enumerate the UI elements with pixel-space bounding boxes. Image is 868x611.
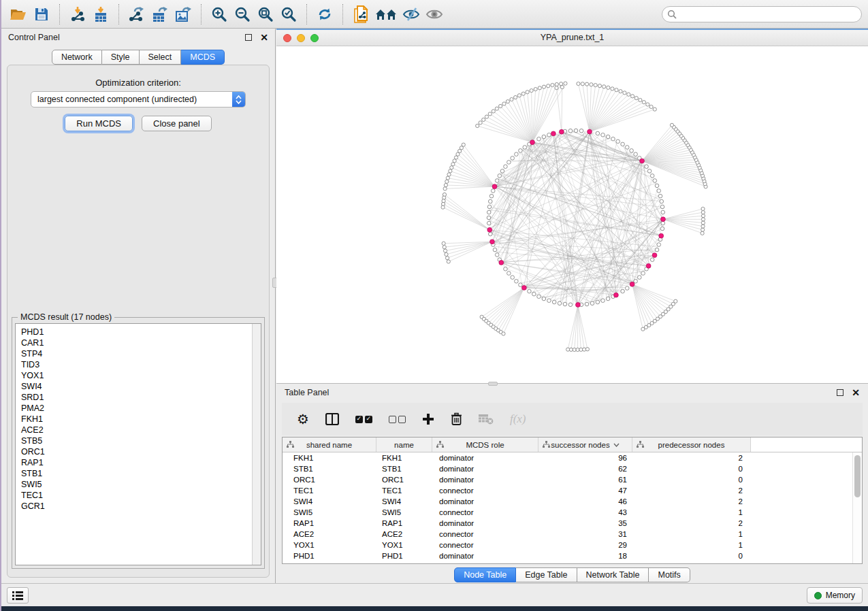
network-titlebar[interactable]: YPA_prune.txt_1 <box>276 30 868 46</box>
optimization-criterion-dropdown[interactable]: largest connected component (undirected) <box>31 91 246 108</box>
table-cell: connector <box>432 530 539 538</box>
function-builder-icon[interactable]: f(x) <box>510 412 526 426</box>
hide-selected-icon[interactable] <box>400 3 423 25</box>
table-row[interactable]: ORC1ORC1dominator610 <box>283 474 852 485</box>
dropdown-stepper-icon <box>232 92 245 107</box>
delete-table-icon[interactable] <box>479 414 494 425</box>
import-network-icon[interactable] <box>66 3 89 25</box>
table-row[interactable]: TEC1TEC1connector472 <box>283 485 852 496</box>
mcds-result-item[interactable]: TID3 <box>21 359 261 370</box>
show-all-icon[interactable] <box>423 3 446 25</box>
table-cell: 31 <box>539 530 632 538</box>
mcds-result-item[interactable]: PMA2 <box>21 403 261 414</box>
mcds-result-item[interactable]: ORC1 <box>21 446 261 457</box>
split-pane-icon[interactable] <box>325 413 339 425</box>
search-field[interactable] <box>662 6 862 22</box>
table-row[interactable]: RAP1RAP1dominator352 <box>283 518 852 529</box>
table-cell: SWI4 <box>376 497 432 506</box>
delete-column-icon[interactable] <box>451 412 462 426</box>
table-row[interactable]: SWI4SWI4dominator462 <box>283 496 852 507</box>
export-network-icon[interactable] <box>125 3 148 25</box>
new-network-from-selection-icon[interactable] <box>349 3 372 25</box>
network-canvas[interactable] <box>276 46 868 383</box>
column-header-name[interactable]: name <box>376 437 432 452</box>
zoom-fit-icon[interactable] <box>254 3 277 25</box>
table-row[interactable]: PHD1PHD1dominator180 <box>283 550 852 561</box>
export-image-icon[interactable] <box>172 3 195 25</box>
select-all-icon[interactable] <box>355 416 372 423</box>
refresh-view-icon[interactable] <box>313 3 336 25</box>
close-panel-button[interactable]: Close panel <box>142 116 212 131</box>
table-row[interactable]: YOX1YOX1connector291 <box>283 540 852 550</box>
mcds-result-item[interactable]: SWI4 <box>21 381 261 392</box>
tab-network[interactable]: Network <box>52 50 102 65</box>
network-graph[interactable] <box>276 46 868 383</box>
import-table-icon[interactable] <box>89 3 112 25</box>
first-neighbors-icon[interactable] <box>372 3 400 25</box>
control-panel-title: Control Panel <box>8 33 60 42</box>
add-column-icon[interactable] <box>422 413 434 425</box>
mcds-result-item[interactable]: SWI5 <box>21 479 261 490</box>
mcds-result-item[interactable]: FKH1 <box>21 414 261 425</box>
tab-motifs[interactable]: Motifs <box>649 567 690 582</box>
float-panel-icon[interactable] <box>245 34 252 41</box>
zoom-selected-icon[interactable] <box>277 3 300 25</box>
tab-node-table[interactable]: Node Table <box>454 567 516 582</box>
mcds-result-item[interactable]: STP4 <box>21 348 261 359</box>
column-header-mcds-role[interactable]: MCDS role <box>432 437 539 452</box>
table-cell: ORC1 <box>283 476 376 484</box>
table-panel-title: Table Panel <box>285 388 329 397</box>
table-row[interactable]: ACE2ACE2connector311 <box>283 529 852 540</box>
mcds-result-item[interactable]: TEC1 <box>21 490 261 501</box>
mcds-result-list[interactable]: PHD1CAR1STP4TID3YOX1SWI4SRD1PMA2FKH1ACE2… <box>15 323 261 565</box>
run-mcds-button[interactable]: Run MCDS <box>65 116 133 131</box>
status-menu-button[interactable] <box>7 587 29 604</box>
table-scrollbar-thumb[interactable] <box>854 455 861 497</box>
zoom-out-icon[interactable] <box>231 3 254 25</box>
table-panel: Table Panel ✕ ⚙ <box>276 383 868 583</box>
tab-style[interactable]: Style <box>102 50 140 65</box>
table-row[interactable]: FKH1FKH1dominator962 <box>283 452 852 463</box>
mcds-result-item[interactable]: YOX1 <box>21 370 261 381</box>
column-header-successor-nodes[interactable]: successor nodes <box>539 437 632 452</box>
tab-select[interactable]: Select <box>140 50 182 65</box>
mcds-result-item[interactable]: RAP1 <box>21 457 261 468</box>
column-header-predecessor-nodes[interactable]: predecessor nodes <box>632 437 751 452</box>
table-cell: 2 <box>632 486 751 495</box>
close-panel-icon[interactable]: ✕ <box>260 34 268 41</box>
table-settings-icon[interactable]: ⚙ <box>297 412 309 426</box>
mcds-result-item[interactable]: CAR1 <box>21 337 261 348</box>
table-scrollbar[interactable] <box>852 452 862 563</box>
tab-mcds[interactable]: MCDS <box>181 50 225 65</box>
mcds-result-item[interactable]: SRD1 <box>21 392 261 403</box>
table-row[interactable]: SWI5SWI5connector431 <box>283 507 852 518</box>
deselect-all-icon[interactable] <box>389 416 406 423</box>
table-panel-header: Table Panel ✕ <box>276 384 868 401</box>
table-cell: TEC1 <box>283 486 376 495</box>
table-row[interactable]: STB1STB1dominator620 <box>283 463 852 474</box>
table-cell: ACE2 <box>376 530 432 538</box>
table-toolbar: ⚙ f(x) <box>282 403 863 435</box>
mcds-list-scrollbar[interactable] <box>252 324 261 565</box>
table-cell: 35 <box>539 519 632 527</box>
open-file-icon[interactable] <box>7 3 30 25</box>
close-table-panel-icon[interactable]: ✕ <box>852 389 860 396</box>
control-panel-header: Control Panel ✕ <box>1 29 275 46</box>
mcds-result-item[interactable]: ACE2 <box>21 425 261 435</box>
horizontal-splitter-grip[interactable] <box>488 382 498 386</box>
tab-network-table[interactable]: Network Table <box>577 567 649 582</box>
table-cell: dominator <box>432 497 539 506</box>
export-table-icon[interactable] <box>148 3 172 25</box>
search-input[interactable] <box>677 10 861 19</box>
zoom-in-icon[interactable] <box>208 3 231 25</box>
memory-button[interactable]: Memory <box>807 587 863 604</box>
float-table-panel-icon[interactable] <box>837 389 843 396</box>
tab-edge-table[interactable]: Edge Table <box>516 567 577 582</box>
mcds-result-item[interactable]: PHD1 <box>21 327 261 337</box>
mcds-result-item[interactable]: STB5 <box>21 435 261 446</box>
table-cell: connector <box>432 486 539 495</box>
column-header-shared-name[interactable]: shared name <box>283 437 376 452</box>
save-session-icon[interactable] <box>30 3 53 25</box>
mcds-result-item[interactable]: STB1 <box>21 468 261 479</box>
mcds-result-item[interactable]: GCR1 <box>21 501 261 512</box>
